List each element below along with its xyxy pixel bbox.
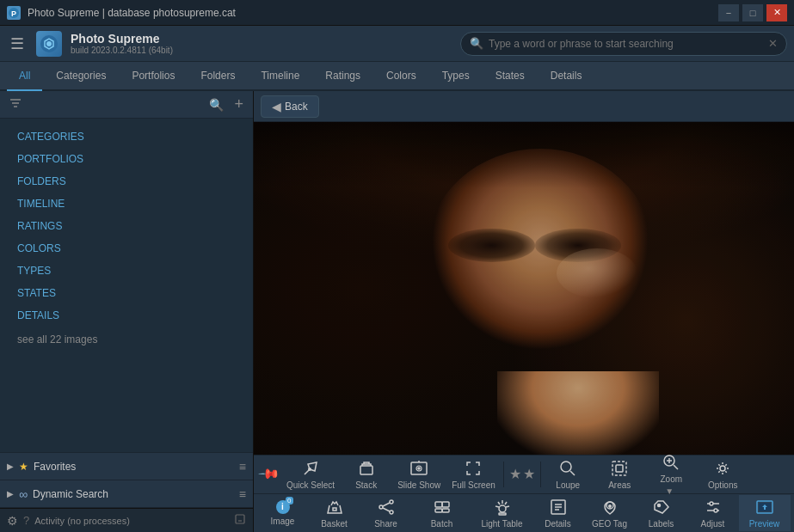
close-button[interactable]: ✕	[766, 4, 787, 21]
svg-point-26	[379, 505, 383, 509]
window-controls: − □ ✕	[718, 4, 787, 21]
help-icon[interactable]: ?	[23, 514, 29, 527]
sidebar-item-states[interactable]: STATES	[0, 282, 253, 304]
svg-rect-31	[442, 502, 449, 507]
sidebar-item-folders[interactable]: FOLDERS	[0, 170, 253, 193]
search-clear-button[interactable]: ✕	[768, 37, 778, 50]
options-gear-icon	[713, 459, 732, 478]
tab-colors[interactable]: Colors	[374, 62, 428, 91]
adjust-button[interactable]: Adjust	[687, 495, 739, 531]
quick-select-button[interactable]: Quick Select	[281, 456, 341, 492]
sidebar-see-all-text: see all 22 images	[0, 327, 253, 352]
options-button[interactable]: Options	[698, 456, 749, 492]
geo-tag-label: GEO Tag	[592, 519, 627, 529]
svg-point-46	[608, 504, 612, 508]
svg-line-36	[506, 506, 509, 507]
image-info-button[interactable]: i 0 Image	[257, 495, 309, 531]
zoom-button[interactable]: Zoom ▼	[646, 456, 698, 492]
slideshow-icon	[409, 459, 428, 478]
geo-tag-button[interactable]: GEO Tag	[584, 495, 636, 531]
search-input[interactable]	[489, 38, 763, 50]
sidebar-add-button[interactable]: +	[231, 93, 246, 116]
tab-types[interactable]: Types	[430, 62, 482, 91]
svg-point-49	[710, 502, 713, 505]
share-icon	[377, 498, 396, 517]
settings-gear-icon[interactable]: ⚙	[7, 514, 18, 528]
details-button[interactable]: Details	[532, 495, 584, 531]
fullscreen-button[interactable]: Full Screen	[446, 456, 502, 492]
maximize-button[interactable]: □	[742, 4, 763, 21]
stack-button[interactable]: Stack	[341, 456, 392, 492]
pin-icon[interactable]: 📌	[257, 462, 281, 486]
slideshow-button[interactable]: Slide Show	[392, 456, 446, 492]
app-version: build 2023.0.2.4811 (64bit)	[71, 46, 173, 55]
light-table-button[interactable]: Light Table	[472, 495, 532, 531]
sidebar-item-types[interactable]: TYPES	[0, 260, 253, 282]
batch-icon	[433, 498, 452, 517]
basket-button[interactable]: Basket	[309, 495, 360, 531]
star-1-icon[interactable]: ★	[509, 466, 521, 482]
tab-details[interactable]: Details	[539, 62, 594, 91]
star-2-icon[interactable]: ★	[523, 466, 535, 482]
tab-ratings[interactable]: Ratings	[313, 62, 372, 91]
back-arrow-icon: ◀	[272, 100, 281, 113]
favorites-star-icon: ★	[19, 461, 28, 473]
share-button[interactable]: Share	[360, 495, 412, 531]
svg-line-37	[498, 502, 500, 504]
tab-categories[interactable]: Categories	[44, 62, 118, 91]
tab-all[interactable]: All	[7, 62, 42, 91]
sidebar-favorites-item[interactable]: ▶ ★ Favorites ≡	[0, 453, 253, 480]
sidebar-item-details[interactable]: DETAILS	[0, 304, 253, 327]
stack-label: Stack	[355, 480, 377, 490]
header: ☰ Photo Supreme build 2023.0.2.4811 (64b…	[0, 26, 794, 62]
batch-label: Batch	[431, 519, 453, 529]
labels-icon	[652, 498, 671, 517]
sidebar-item-timeline[interactable]: TIMELINE	[0, 193, 253, 215]
activity-icon[interactable]	[234, 513, 246, 528]
tab-timeline[interactable]: Timeline	[249, 62, 311, 91]
tab-states[interactable]: States	[483, 62, 537, 91]
batch-button[interactable]: Batch	[412, 495, 472, 531]
image-info-icon: i 0	[276, 500, 290, 514]
light-table-label: Light Table	[481, 519, 522, 529]
dynamic-search-more-icon[interactable]: ≡	[239, 487, 246, 501]
loupe-button[interactable]: Loupe	[543, 456, 594, 492]
titlebar: P Photo Supreme | database photosupreme.…	[0, 0, 794, 26]
minimize-button[interactable]: −	[718, 4, 739, 21]
svg-rect-32	[435, 509, 442, 512]
tab-portfolios[interactable]: Portfolios	[120, 62, 187, 91]
favorites-more-icon[interactable]: ≡	[239, 460, 246, 474]
svg-text:P: P	[11, 9, 16, 18]
toolbar-separator-2	[540, 462, 541, 487]
sidebar-dynamic-search-item[interactable]: ▶ ∞ Dynamic Search ≡	[0, 480, 253, 508]
svg-line-16	[570, 471, 575, 475]
pin-area: 📌	[257, 466, 281, 482]
sidebar-nav: CATEGORIES PORTFOLIOS FOLDERS TIMELINE R…	[0, 119, 253, 452]
preview-button[interactable]: Preview	[739, 495, 791, 531]
slideshow-label: Slide Show	[397, 480, 440, 490]
sidebar-search-icon[interactable]: 🔍	[206, 95, 226, 114]
basket-label: Basket	[321, 519, 348, 529]
sidebar-item-portfolios[interactable]: PORTFOLIOS	[0, 148, 253, 170]
toolbar-top-row: 📌 Quick Select	[254, 456, 794, 494]
svg-rect-40	[499, 513, 506, 515]
image-display-area	[254, 122, 794, 455]
fullscreen-label: Full Screen	[452, 480, 495, 490]
sidebar-filter-icon[interactable]	[7, 95, 24, 114]
tab-folders[interactable]: Folders	[188, 62, 247, 91]
preview-label: Preview	[749, 519, 780, 529]
sidebar-item-categories[interactable]: CATEGORIES	[0, 125, 253, 148]
svg-point-15	[561, 462, 571, 472]
menu-button[interactable]: ☰	[7, 31, 28, 57]
zoom-label: Zoom	[660, 474, 682, 484]
back-button-label: Back	[285, 101, 308, 113]
basket-icon	[325, 498, 344, 517]
back-button[interactable]: ◀ Back	[261, 95, 319, 118]
areas-button[interactable]: Areas	[594, 456, 646, 492]
sidebar-item-colors[interactable]: COLORS	[0, 237, 253, 260]
sidebar-item-ratings[interactable]: RATINGS	[0, 215, 253, 237]
svg-rect-17	[612, 462, 626, 475]
search-bar[interactable]: 🔍 ✕	[460, 32, 787, 56]
labels-button[interactable]: Labels	[636, 495, 687, 531]
svg-rect-24	[333, 508, 336, 511]
